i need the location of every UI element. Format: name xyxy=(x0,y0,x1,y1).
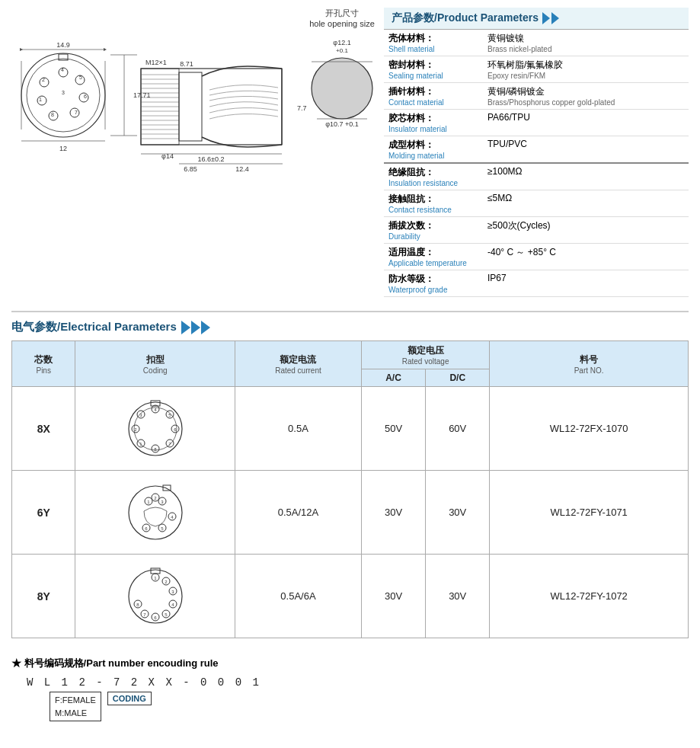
svg-text:12.4: 12.4 xyxy=(235,165,249,173)
svg-point-57 xyxy=(312,58,372,119)
elec-section: 电气参数/Electrical Parameters 芯数 Pins 扣型 Co… xyxy=(11,320,689,638)
hole-svg: φ12.1 +0.1 φ10.7 +0.1 xyxy=(308,31,376,130)
svg-text:17.71: 17.71 xyxy=(133,91,151,99)
cell-dc: 30V xyxy=(426,471,490,555)
svg-text:8: 8 xyxy=(51,112,54,117)
param-value: ≥500次(Cycles) xyxy=(483,217,689,244)
svg-text:4: 4 xyxy=(171,603,174,607)
params-section: 产品参数/Product Parameters 壳体材料：Shell mater… xyxy=(384,8,689,297)
svg-text:+0.1: +0.1 xyxy=(336,47,348,54)
th-rated-current: 额定电流 Rated current xyxy=(235,341,362,387)
th-dc: D/C xyxy=(426,369,490,387)
svg-text:5: 5 xyxy=(161,526,164,531)
cell-coding: 1 2 3 4 5 6 7 8 xyxy=(75,555,235,638)
female-label: F:FEMALE xyxy=(55,695,96,705)
svg-text:8: 8 xyxy=(154,447,157,452)
param-label: 接触阻抗：Contact resistance xyxy=(384,190,483,217)
svg-text:3: 3 xyxy=(62,90,65,95)
svg-text:7: 7 xyxy=(75,110,78,115)
svg-rect-45 xyxy=(179,72,202,141)
top-section: 4 5 6 7 8 1 2 3 14.9 17.71 12 xyxy=(11,8,689,297)
hole-opening-diagram: 开孔尺寸 hole opening size φ12.1 +0.1 φ10.7 … xyxy=(308,8,376,133)
svg-point-0 xyxy=(21,53,105,137)
svg-text:7: 7 xyxy=(143,612,146,617)
params-row: 密封材料：Sealing material环氧树脂/氟氟橡胶Epoxy resi… xyxy=(384,56,689,83)
cell-coding: 4 5 6 7 8 1 2 3 xyxy=(75,387,235,471)
cell-dc: 30V xyxy=(426,555,490,638)
arrow-decoration xyxy=(542,12,561,24)
svg-text:M12×1: M12×1 xyxy=(145,59,167,66)
param-label: 插针材料：Contact material xyxy=(384,83,483,110)
male-label: M:MALE xyxy=(55,708,87,718)
param-label: 绝缘阻抗：Insulation resistance xyxy=(384,163,483,190)
svg-text:12: 12 xyxy=(59,145,67,152)
svg-text:7.7: 7.7 xyxy=(297,104,307,112)
elec-arrows xyxy=(181,321,211,334)
param-value: PA66/TPU xyxy=(483,110,689,136)
cell-part-no: WL12-72FY-1072 xyxy=(490,555,689,638)
cell-current: 0.5A/6A xyxy=(235,555,362,638)
svg-text:2: 2 xyxy=(165,580,168,584)
params-row: 插针材料：Contact material黄铜/磷铜镀金Brass/Phosph… xyxy=(384,83,689,110)
elec-table: 芯数 Pins 扣型 Coding 额定电流 Rated current 额定电… xyxy=(11,340,689,638)
param-value: 黄铜镀镍Brass nickel-plated xyxy=(483,30,689,56)
svg-text:4: 4 xyxy=(171,515,174,519)
elec-header: 电气参数/Electrical Parameters xyxy=(11,320,689,334)
params-header: 产品参数/Product Parameters xyxy=(384,8,689,30)
param-label: 适用温度：Applicable temperature xyxy=(384,244,483,270)
elec-title: 电气参数/Electrical Parameters xyxy=(11,320,177,334)
th-part-no: 料号 Part NO. xyxy=(490,341,689,387)
param-value: 环氧树脂/氟氟橡胶Epoxy resin/FKM xyxy=(483,56,689,83)
param-label: 防水等级：Waterproof grade xyxy=(384,270,483,297)
svg-text:4: 4 xyxy=(154,408,157,412)
pn-code: W L 1 2 - 7 2 X X - 0 0 0 1 xyxy=(27,676,689,689)
elec-row: 8Y 1 2 3 4 5 6 7 8 0.5A/6A30V30VWL12-72F… xyxy=(12,555,689,638)
pn-rule-title: ★ 料号编码规格/Part number encouding rule xyxy=(11,657,689,670)
param-value: ≥100MΩ xyxy=(483,163,689,190)
params-row: 适用温度：Applicable temperature-40° C ～ +85°… xyxy=(384,244,689,270)
cell-current: 0.5A xyxy=(235,387,362,471)
svg-text:8: 8 xyxy=(136,603,139,607)
params-row: 绝缘阻抗：Insulation resistance≥100MΩ xyxy=(384,163,689,190)
params-row: 接触阻抗：Contact resistance≤5MΩ xyxy=(384,190,689,217)
param-label: 壳体材料：Shell material xyxy=(384,30,483,56)
cell-current: 0.5A/12A xyxy=(235,471,362,555)
svg-text:2: 2 xyxy=(42,77,45,82)
param-label: 密封材料：Sealing material xyxy=(384,56,483,83)
pn-legend-box: F:FEMALE M:MALE xyxy=(50,692,101,721)
params-row: 胶芯材料：Insulator materialPA66/TPU xyxy=(384,110,689,136)
svg-text:5: 5 xyxy=(168,413,171,417)
svg-text:6: 6 xyxy=(145,526,148,531)
param-label: 胶芯材料：Insulator material xyxy=(384,110,483,136)
params-row: 成型材料：Molding materialTPU/PVC xyxy=(384,136,689,164)
svg-text:φ10.7  +0.1: φ10.7 +0.1 xyxy=(325,120,359,128)
coding-box: CODING xyxy=(107,692,152,705)
cell-pins: 8X xyxy=(12,387,75,471)
svg-text:3: 3 xyxy=(139,413,142,417)
pn-legend: F:FEMALE M:MALE CODING xyxy=(50,692,689,721)
opening-size-en: hole opening size xyxy=(309,19,375,28)
cell-dc: 60V xyxy=(426,387,490,471)
technical-drawing: 4 5 6 7 8 1 2 3 14.9 17.71 12 xyxy=(11,8,339,183)
svg-text:4: 4 xyxy=(61,67,64,72)
opening-size-cn: 开孔尺寸 xyxy=(325,8,359,18)
svg-text:φ12.1: φ12.1 xyxy=(333,39,350,46)
params-title: 产品参数/Product Parameters xyxy=(392,11,539,25)
th-rated-voltage: 额定电压 Rated voltage xyxy=(361,341,489,369)
cell-pins: 8Y xyxy=(12,555,75,638)
svg-text:7: 7 xyxy=(168,442,171,446)
svg-rect-113 xyxy=(151,568,160,574)
params-row: 插拔次数：Durability≥500次(Cycles) xyxy=(384,217,689,244)
param-value: 黄铜/磷铜镀金Brass/Phosphorus copper gold-plat… xyxy=(483,83,689,110)
svg-text:5: 5 xyxy=(165,612,168,617)
param-label: 插拔次数：Durability xyxy=(384,217,483,244)
svg-text:2: 2 xyxy=(154,496,157,500)
param-label: 成型材料：Molding material xyxy=(384,136,483,164)
svg-rect-9 xyxy=(59,54,68,60)
svg-text:2: 2 xyxy=(134,427,137,432)
cell-coding: 1 2 3 4 5 6 xyxy=(75,471,235,555)
svg-text:1: 1 xyxy=(147,500,150,504)
cell-ac: 50V xyxy=(361,387,425,471)
cell-ac: 30V xyxy=(361,555,425,638)
elec-row: 6Y 1 2 3 4 5 6 0.5A/12A30V30VWL12-72FY-1… xyxy=(12,471,689,555)
